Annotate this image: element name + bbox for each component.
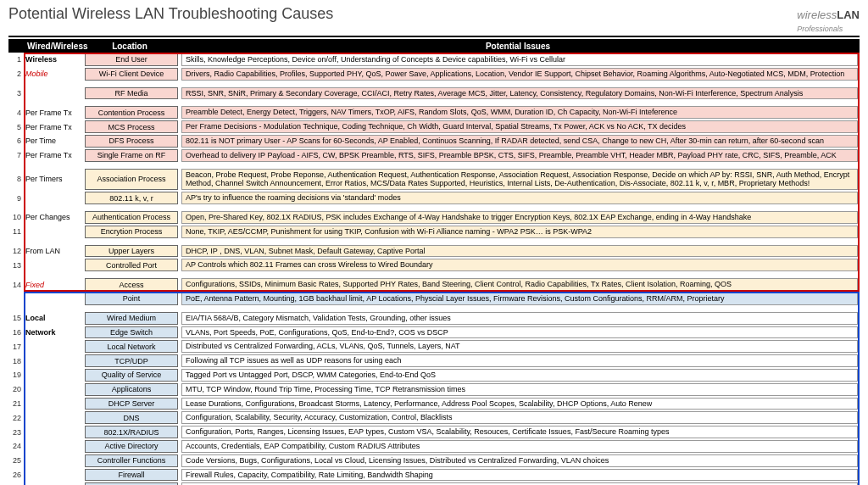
issues-cell: AP Controls which 802.11 Frames can cros…	[181, 259, 858, 271]
wired-wireless-cell: Network	[24, 326, 83, 340]
header: Potential Wireless LAN Troubleshooting C…	[8, 5, 860, 37]
issues-cell: Firewall Rules, Capacity, Compatibility,…	[181, 469, 858, 482]
issues-cell: 802.11 is NOT primary User - AP Scans fo…	[181, 135, 858, 148]
wired-wireless-cell: Fixed	[24, 277, 83, 292]
row-number: 8	[8, 168, 24, 192]
row-number: 5	[8, 120, 24, 134]
table-row: 21DHCP ServerLease Durations, Configurat…	[8, 397, 860, 411]
issues-cell: PoE, Antenna Pattern, Mounting, 1GB back…	[181, 293, 858, 305]
row-number: 25	[8, 454, 24, 468]
row-number: 15	[8, 311, 24, 326]
table-row: 7Per Frame TxSingle Frame on RFOverhead …	[8, 148, 860, 163]
location-cell: 802.11 k, v, r	[85, 192, 178, 204]
location-cell: 802.1X/RADIUS	[85, 426, 178, 438]
table-row: 4Per Frame TxContention ProcessPreamble …	[8, 105, 860, 120]
wired-wireless-cell	[24, 454, 83, 468]
section: 1WirelessEnd UserSkills, Knowledge Perce…	[8, 53, 860, 292]
wired-wireless-cell: Per Frame Tx	[24, 148, 83, 163]
table-row: 19Quality of ServiceTagged Port vs Untag…	[8, 368, 860, 382]
table-row: 3RF MediaRSSI, SNR, SNiR, Primary & Seco…	[8, 86, 860, 101]
col-location: Location	[83, 42, 176, 51]
issues-cell: None, TKIP, AES/CCMP, Punishment for usi…	[181, 226, 858, 238]
col-issues: Potential Issues	[176, 42, 860, 51]
issues-cell: Distributed vs Centralized Forwarding, A…	[181, 340, 858, 353]
location-cell: Single Frame on RF	[85, 149, 178, 162]
wired-wireless-cell: Per Frame Tx	[24, 105, 83, 120]
wired-wireless-cell	[24, 225, 83, 239]
issues-cell: Skills, Knowledge Perceptions, Device on…	[181, 53, 858, 66]
row-number: 20	[8, 382, 24, 397]
table-row: 9802.11 k, v, rAP's try to influence the…	[8, 191, 860, 205]
location-cell: End User	[85, 53, 178, 66]
row-number: 14	[8, 277, 24, 292]
issues-cell: Overhead to delivery IP Payload - AIFS, …	[181, 149, 858, 162]
table-row: 23802.1X/RADIUSConfiguration, Ports, Ran…	[8, 425, 860, 439]
table-row: 27WAN RouterSize of Internet Pipe, Inern…	[8, 482, 860, 485]
location-cell: Active Directory	[85, 440, 178, 453]
wired-wireless-cell: Wireless	[24, 53, 83, 67]
wired-wireless-cell: Per Changes	[24, 210, 83, 225]
row-number: 21	[8, 397, 24, 411]
location-cell: DHCP Server	[85, 398, 178, 410]
row-number: 23	[8, 425, 24, 439]
wired-wireless-cell: Per Timers	[24, 168, 83, 192]
issues-cell: Open, Pre-Shared Key, 802.1X RADIUS, PSK…	[181, 211, 858, 224]
issues-cell: MTU, TCP Window, Round Trip Time, Proces…	[181, 383, 858, 396]
wired-wireless-cell	[24, 439, 83, 454]
issues-cell: Configurations, SSIDs, Minimum Basic Rat…	[181, 278, 858, 291]
table-row: 26FirewallFirewall Rules, Capacity, Comp…	[8, 468, 860, 482]
column-headers: Wired/Wireless Location Potential Issues	[8, 39, 860, 53]
location-cell: Authentication Process	[85, 211, 178, 224]
location-cell: MCS Process	[85, 120, 178, 133]
col-wired-wireless: Wired/Wireless	[24, 42, 83, 51]
location-cell: Association Process	[85, 169, 178, 191]
issues-cell: Lease Durations, Configurations, Broadca…	[181, 398, 858, 410]
issues-cell: AP's try to influence the roaming decisi…	[181, 192, 858, 204]
table-row: 1WirelessEnd UserSkills, Knowledge Perce…	[8, 53, 860, 67]
location-cell: Edge Switch	[85, 326, 178, 339]
table-row: 5Per Frame TxMCS ProcessPer Frame Decisi…	[8, 120, 860, 134]
location-cell: Contention Process	[85, 106, 178, 119]
table-row: 22DNSConfiguration, Scalability, Securit…	[8, 410, 860, 425]
location-cell: TCP/UDP	[85, 354, 178, 367]
row-number: 18	[8, 354, 24, 368]
logo: wirelessLANProfessionals	[797, 8, 860, 34]
issues-cell: Configuration, Scalability, Security, Ac…	[181, 411, 858, 424]
row-number	[8, 292, 24, 306]
troubleshooting-grid: 1WirelessEnd UserSkills, Knowledge Perce…	[8, 53, 860, 485]
table-row: 17Local NetworkDistributed vs Centralize…	[8, 339, 860, 354]
table-row: 24Active DirectoryAccounts, Credentials,…	[8, 439, 860, 454]
table-row: 2MobileWi-Fi Client DeviceDrivers, Radio…	[8, 67, 860, 81]
table-row: 12From LANUpper LayersDHCP, IP , DNS, VL…	[8, 244, 860, 259]
location-cell: Wi-Fi Client Device	[85, 68, 178, 81]
location-cell: RF Media	[85, 87, 178, 100]
location-cell: Quality of Service	[85, 369, 178, 382]
wired-wireless-cell: Per Time	[24, 134, 83, 148]
wired-wireless-cell: Mobile	[24, 67, 83, 81]
row-number: 7	[8, 148, 24, 163]
row-number: 26	[8, 468, 24, 482]
wired-wireless-cell	[24, 482, 83, 485]
location-cell: Firewall	[85, 469, 178, 482]
row-number: 4	[8, 105, 24, 120]
wired-wireless-cell	[24, 354, 83, 368]
wired-wireless-cell	[24, 368, 83, 382]
location-cell: Point	[85, 293, 178, 305]
wired-wireless-cell: Per Frame Tx	[24, 120, 83, 134]
issues-cell: Code Versions, Bugs, Configurations, Loc…	[181, 454, 858, 467]
location-cell: Access	[85, 278, 178, 291]
location-cell: DNS	[85, 411, 178, 424]
row-number: 19	[8, 368, 24, 382]
wired-wireless-cell	[24, 339, 83, 354]
issues-cell: Accounts, Credentials, EAP Compatibility…	[181, 440, 858, 453]
table-row: 20ApplicatonsMTU, TCP Window, Round Trip…	[8, 382, 860, 397]
row-number: 17	[8, 339, 24, 354]
wired-wireless-cell	[24, 292, 83, 306]
location-cell: Applicatons	[85, 383, 178, 396]
location-cell: Encrytion Process	[85, 226, 178, 238]
issues-cell: EIA/TIA 568A/B, Category Mismatch, Valid…	[181, 312, 858, 325]
location-cell: Local Network	[85, 340, 178, 353]
table-row: 15LocalWired MediumEIA/TIA 568A/B, Categ…	[8, 311, 860, 326]
issues-cell: DHCP, IP , DNS, VLAN, Subnet Mask, Defau…	[181, 245, 858, 258]
wired-wireless-cell	[24, 258, 83, 272]
